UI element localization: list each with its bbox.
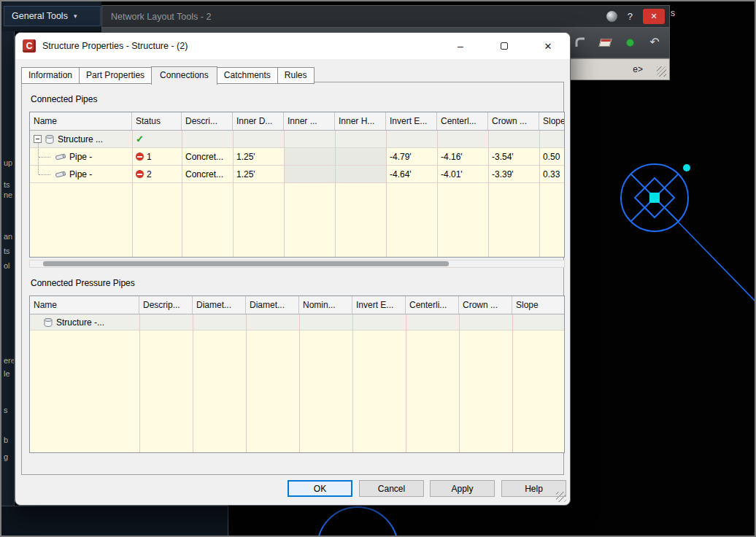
- cell[interactable]: [437, 131, 488, 147]
- cell-crown[interactable]: -3.39': [488, 166, 539, 182]
- column-header-nominal[interactable]: Nomin...: [299, 296, 352, 314]
- column-separator: [512, 314, 513, 452]
- cell[interactable]: [512, 314, 564, 330]
- erase-icon[interactable]: [598, 34, 612, 50]
- column-header-inner-width[interactable]: Inner ...: [284, 112, 335, 130]
- column-header-invert-elevation[interactable]: Invert E...: [386, 112, 437, 130]
- column-header-name[interactable]: Name: [30, 112, 132, 130]
- cell[interactable]: [182, 131, 233, 147]
- cell-status[interactable]: ✓: [132, 131, 182, 147]
- column-header-inner-diameter[interactable]: Inner D...: [233, 112, 284, 130]
- pipe-row[interactable]: Pipe - 1 Concret... 1.25' -4.79' -4: [30, 148, 564, 166]
- apply-button[interactable]: Apply: [430, 480, 495, 497]
- column-header-name[interactable]: Name: [30, 296, 139, 314]
- general-tools-button[interactable]: General Tools ▾: [4, 6, 101, 26]
- cell-crown[interactable]: -3.54': [488, 148, 539, 165]
- cell[interactable]: [386, 131, 437, 147]
- cell[interactable]: [233, 131, 284, 147]
- column-separator: [437, 131, 438, 257]
- column-separator: [299, 314, 300, 452]
- grid-body: Structure ... ✓: [30, 131, 564, 257]
- clipped-structure-symbol[interactable]: [317, 507, 398, 537]
- cell[interactable]: [193, 314, 246, 330]
- column-header-diameter-2[interactable]: Diamet...: [246, 296, 299, 314]
- orbit-icon[interactable]: [606, 11, 617, 22]
- column-header-status[interactable]: Status: [132, 112, 182, 130]
- column-header-slope[interactable]: Slope: [539, 112, 565, 130]
- cell-slope[interactable]: 0.33: [539, 166, 564, 182]
- ok-button[interactable]: OK: [288, 480, 352, 497]
- cell[interactable]: [246, 314, 299, 330]
- cell-centerline[interactable]: -4.01': [437, 166, 488, 182]
- column-header-description[interactable]: Descri...: [182, 112, 233, 130]
- column-header-centerline[interactable]: Centerl...: [437, 112, 488, 130]
- pipe-row[interactable]: Pipe - 2 Concret... 1.25' -4.64' -4: [30, 166, 564, 183]
- undo-icon[interactable]: ↶: [647, 34, 662, 50]
- help-icon[interactable]: ?: [628, 11, 633, 22]
- column-header-crown[interactable]: Crown ...: [459, 296, 512, 314]
- column-header-description[interactable]: Descrip...: [139, 296, 193, 314]
- cell[interactable]: [139, 314, 193, 330]
- close-button[interactable]: ✕: [526, 33, 570, 59]
- cell-status[interactable]: 1: [132, 148, 182, 165]
- cell-invert-elevation[interactable]: -4.79': [386, 148, 437, 165]
- connected-pressure-pipes-grid[interactable]: Name Descrip... Diamet... Diamet... Nomi…: [29, 295, 565, 453]
- network-layout-toolbar-titlebar[interactable]: Network Layout Tools - 2 ? ✕: [101, 5, 670, 28]
- column-header-crown[interactable]: Crown ...: [488, 112, 539, 130]
- cell[interactable]: [539, 131, 564, 147]
- structure-row[interactable]: Structure -...: [30, 314, 564, 331]
- structure-icon: [43, 317, 53, 328]
- structure-row[interactable]: Structure ... ✓: [30, 131, 564, 148]
- vertex-grip[interactable]: [683, 164, 690, 171]
- cancel-button[interactable]: Cancel: [359, 480, 424, 497]
- cell[interactable]: [352, 314, 406, 330]
- cell-inner-diameter[interactable]: 1.25': [233, 148, 284, 165]
- pipe-segment-line[interactable]: [677, 221, 756, 304]
- cell[interactable]: [406, 314, 459, 330]
- cell-name[interactable]: Structure -...: [30, 314, 139, 330]
- maximize-button[interactable]: [482, 33, 526, 59]
- dialog-resize-grip[interactable]: [556, 492, 566, 502]
- cell[interactable]: [299, 314, 352, 330]
- cell[interactable]: [459, 314, 512, 330]
- status-number: 2: [147, 169, 152, 179]
- tab-part-properties[interactable]: Part Properties: [79, 67, 152, 84]
- point-icon[interactable]: [622, 34, 637, 50]
- cell-description[interactable]: Concret...: [182, 148, 233, 165]
- cell-centerline[interactable]: -4.16': [437, 148, 488, 165]
- column-header-centerline[interactable]: Centerli...: [406, 296, 459, 314]
- scrollbar-thumb[interactable]: [43, 261, 449, 266]
- structure-center-grip[interactable]: [649, 193, 660, 203]
- minimize-button[interactable]: –: [439, 33, 482, 59]
- cell-description[interactable]: Concret...: [182, 166, 233, 182]
- collapse-expander-icon[interactable]: [34, 135, 42, 143]
- toolbar-dropdown-strip[interactable]: e>: [570, 58, 670, 80]
- connected-pipes-grid[interactable]: Name Status Descri... Inner D... Inner .…: [29, 112, 565, 258]
- column-header-diameter-1[interactable]: Diamet...: [193, 296, 246, 314]
- toolbar-resize-grip[interactable]: [657, 66, 666, 77]
- close-icon[interactable]: ✕: [643, 9, 665, 24]
- cell[interactable]: [488, 131, 539, 147]
- cell-inner-diameter[interactable]: 1.25': [233, 166, 284, 182]
- dialog-titlebar[interactable]: C Structure Properties - Structure - (2)…: [15, 33, 570, 59]
- cell-name[interactable]: Structure ...: [30, 131, 132, 147]
- tab-catchments[interactable]: Catchments: [217, 67, 278, 84]
- cell-inner-height: [335, 148, 386, 165]
- tab-information[interactable]: Information: [21, 67, 80, 84]
- column-separator: [139, 314, 140, 452]
- pipe-fitting-icon[interactable]: [573, 34, 587, 50]
- clipped-text-fragment: s: [4, 406, 8, 414]
- column-header-inner-height[interactable]: Inner H...: [335, 112, 386, 130]
- tab-rules[interactable]: Rules: [277, 67, 315, 84]
- cell-invert-elevation[interactable]: -4.64': [386, 166, 437, 182]
- cell-status[interactable]: 2: [132, 166, 182, 182]
- column-separator: [233, 131, 234, 257]
- column-header-slope[interactable]: Slope: [512, 296, 565, 314]
- cell[interactable]: [335, 131, 386, 147]
- cell-slope[interactable]: 0.50: [539, 148, 564, 165]
- column-header-invert-elevation[interactable]: Invert E...: [352, 296, 406, 314]
- column-separator: [459, 314, 460, 452]
- horizontal-scrollbar[interactable]: [29, 260, 565, 268]
- tab-connections[interactable]: Connections: [151, 66, 217, 85]
- cell[interactable]: [284, 131, 335, 147]
